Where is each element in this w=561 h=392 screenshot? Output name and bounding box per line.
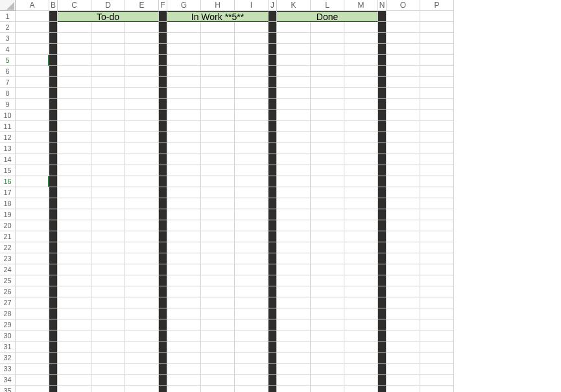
cell-C2[interactable] [58, 22, 91, 33]
cell-J33[interactable] [269, 363, 277, 375]
col-header-J[interactable]: J [269, 0, 277, 11]
cell-F23[interactable] [159, 253, 167, 264]
cell-F32[interactable] [159, 352, 167, 363]
cell-I17[interactable] [235, 187, 269, 198]
row-header-32[interactable]: 32 [0, 352, 16, 363]
cell-L33[interactable] [311, 363, 344, 375]
cell-A18[interactable] [16, 198, 49, 209]
cell-E27[interactable] [125, 297, 159, 308]
cell-N24[interactable] [378, 264, 387, 275]
cell-E7[interactable] [125, 77, 159, 88]
cell-J29[interactable] [269, 319, 277, 330]
cell-L10[interactable] [311, 110, 344, 121]
cell-E31[interactable] [125, 341, 159, 352]
cell-P29[interactable] [420, 319, 454, 330]
col-header-L[interactable]: L [311, 0, 344, 11]
cell-J10[interactable] [269, 110, 277, 121]
cell-E15[interactable] [125, 165, 159, 176]
cell-A15[interactable] [16, 165, 49, 176]
cell-F16[interactable] [159, 176, 167, 187]
cell-M25[interactable] [344, 275, 378, 286]
cell-N18[interactable] [378, 198, 387, 209]
cell-B29[interactable] [49, 319, 58, 330]
cell-H19[interactable] [201, 209, 235, 220]
cell-H35[interactable] [201, 386, 235, 392]
cell-K22[interactable] [277, 242, 311, 253]
cell-L21[interactable] [311, 231, 344, 242]
cell-P25[interactable] [420, 275, 454, 286]
cell-H16[interactable] [201, 176, 235, 187]
cell-B34[interactable] [49, 375, 58, 386]
cell-E29[interactable] [125, 319, 159, 330]
cell-B24[interactable] [49, 264, 58, 275]
cell-P14[interactable] [420, 154, 454, 165]
row-header-22[interactable]: 22 [0, 242, 16, 253]
cell-C9[interactable] [58, 99, 91, 110]
cell-I28[interactable] [235, 308, 269, 319]
cell-J7[interactable] [269, 77, 277, 88]
cell-P33[interactable] [420, 363, 454, 375]
cell-F4[interactable] [159, 44, 167, 55]
cell-D8[interactable] [91, 88, 125, 99]
cell-A34[interactable] [16, 375, 49, 386]
row-header-30[interactable]: 30 [0, 330, 16, 341]
cell-C19[interactable] [58, 209, 91, 220]
cell-H3[interactable] [201, 33, 235, 44]
cell-B14[interactable] [49, 154, 58, 165]
cell-H5[interactable] [201, 55, 235, 66]
cell-G19[interactable] [167, 209, 201, 220]
cell-M17[interactable] [344, 187, 378, 198]
cell-O14[interactable] [387, 154, 420, 165]
cell-L7[interactable] [311, 77, 344, 88]
cell-I20[interactable] [235, 220, 269, 231]
cell-L14[interactable] [311, 154, 344, 165]
cell-G12[interactable] [167, 132, 201, 143]
cell-I6[interactable] [235, 66, 269, 77]
cell-B27[interactable] [49, 297, 58, 308]
cell-O8[interactable] [387, 88, 420, 99]
cell-E8[interactable] [125, 88, 159, 99]
col-header-H[interactable]: H [201, 0, 235, 11]
cell-G14[interactable] [167, 154, 201, 165]
cell-I29[interactable] [235, 319, 269, 330]
cell-B20[interactable] [49, 220, 58, 231]
cell-M9[interactable] [344, 99, 378, 110]
cell-D24[interactable] [91, 264, 125, 275]
cell-O33[interactable] [387, 363, 420, 375]
cell-E25[interactable] [125, 275, 159, 286]
cell-J20[interactable] [269, 220, 277, 231]
cell-L30[interactable] [311, 330, 344, 341]
cell-C16[interactable] [58, 176, 91, 187]
cell-L12[interactable] [311, 132, 344, 143]
cell-P24[interactable] [420, 264, 454, 275]
cell-K18[interactable] [277, 198, 311, 209]
cell-P10[interactable] [420, 110, 454, 121]
cell-E9[interactable] [125, 99, 159, 110]
cell-L32[interactable] [311, 352, 344, 363]
row-header-9[interactable]: 9 [0, 99, 16, 110]
cell-D15[interactable] [91, 165, 125, 176]
cell-I31[interactable] [235, 341, 269, 352]
cell-C8[interactable] [58, 88, 91, 99]
cell-F25[interactable] [159, 275, 167, 286]
cell-D3[interactable] [91, 33, 125, 44]
cell-C29[interactable] [58, 319, 91, 330]
cell-F3[interactable] [159, 33, 167, 44]
cell-A27[interactable] [16, 297, 49, 308]
cell-G34[interactable] [167, 375, 201, 386]
row-header-28[interactable]: 28 [0, 308, 16, 319]
cell-D17[interactable] [91, 187, 125, 198]
cell-E19[interactable] [125, 209, 159, 220]
cell-J2[interactable] [269, 22, 277, 33]
cell-A26[interactable] [16, 286, 49, 297]
row-header-35[interactable]: 35 [0, 386, 16, 392]
cell-M26[interactable] [344, 286, 378, 297]
cell-P4[interactable] [420, 44, 454, 55]
cell-K7[interactable] [277, 77, 311, 88]
cell-M22[interactable] [344, 242, 378, 253]
cell-E21[interactable] [125, 231, 159, 242]
cell-F27[interactable] [159, 297, 167, 308]
row-header-5[interactable]: 5 [0, 55, 16, 66]
cell-P35[interactable] [420, 386, 454, 392]
cell-N17[interactable] [378, 187, 387, 198]
